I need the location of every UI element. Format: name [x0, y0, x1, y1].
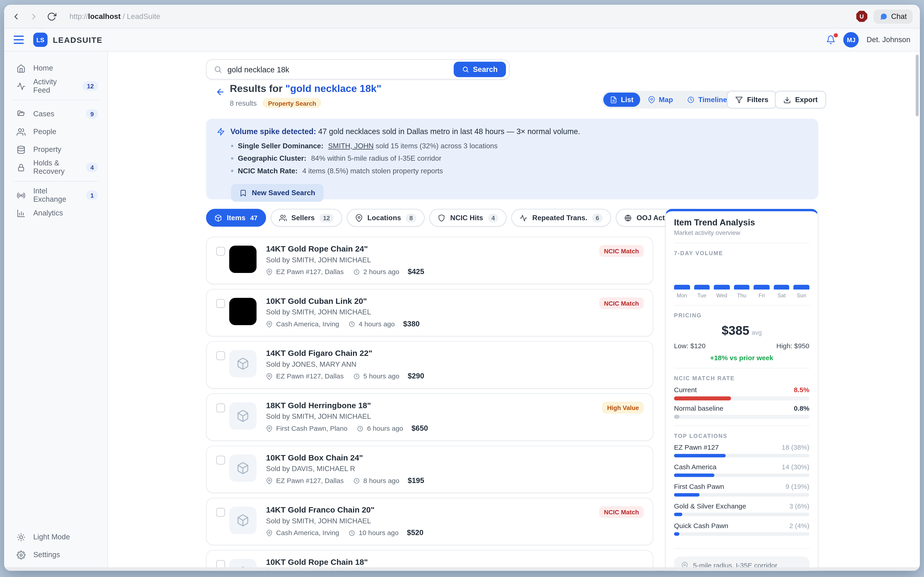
url-scheme: http://: [69, 12, 88, 21]
item-thumbnail: [229, 246, 257, 273]
ncic-baseline-bar: [674, 415, 809, 419]
map-pin-icon: [266, 529, 273, 536]
clock-icon: [353, 268, 360, 275]
sidebar-item-settings[interactable]: Settings: [4, 546, 107, 564]
sidebar-item-intel-exchange[interactable]: Intel Exchange 1: [4, 186, 107, 204]
item-list: 14KT Gold Rope Chain 24" Sold by SMITH, …: [206, 237, 653, 571]
pricing-section-label: PRICING: [674, 312, 809, 319]
view-timeline-button[interactable]: Timeline: [681, 93, 733, 107]
ncic-baseline-value: 0.8%: [794, 405, 809, 412]
item-checkbox[interactable]: [216, 299, 225, 308]
avatar[interactable]: MJ: [843, 32, 859, 47]
item-location: First Cash Pawn, Plano: [276, 425, 347, 432]
globe-icon: [624, 214, 632, 222]
clock-icon: [687, 96, 695, 103]
address-bar[interactable]: http://localhost / LeadSuite: [69, 12, 160, 21]
tab-locations[interactable]: Locations8: [347, 209, 425, 227]
tab-ncic-hits[interactable]: NCIC Hits4: [430, 209, 507, 227]
location-row: EZ Pawn #12718 (38%): [674, 444, 809, 458]
clock-icon: [357, 425, 363, 432]
item-card[interactable]: 14KT Gold Rope Chain 24" Sold by SMITH, …: [206, 237, 653, 284]
sidebar-item-light-mode[interactable]: Light Mode: [4, 528, 107, 546]
search-input[interactable]: [228, 65, 454, 74]
item-card[interactable]: 14KT Gold Franco Chain 20" Sold by SMITH…: [206, 498, 653, 545]
item-title: 10KT Gold Rope Chain 18": [266, 558, 368, 566]
search-icon: [462, 66, 469, 73]
item-checkbox[interactable]: [216, 456, 225, 464]
scrollbar-thumb[interactable]: [916, 55, 919, 116]
tab-repeated-trans[interactable]: Repeated Trans.6: [511, 209, 611, 227]
item-card[interactable]: 18KT Gold Herringbone 18" Sold by SMITH,…: [206, 393, 653, 441]
seller-link[interactable]: SMITH, JOHN: [328, 142, 374, 150]
item-location: Cash America, Irving: [276, 320, 339, 327]
new-saved-search-button[interactable]: New Saved Search: [231, 184, 323, 202]
item-time: 4 hours ago: [359, 320, 395, 327]
database-icon: [17, 145, 26, 154]
item-time: 8 hours ago: [363, 477, 399, 484]
volume-bar: [794, 285, 809, 290]
map-pin-icon: [648, 96, 655, 103]
item-card[interactable]: 10KT Gold Box Chain 24" Sold by DAVIS, M…: [206, 446, 653, 493]
sidebar-item-label: Settings: [33, 551, 60, 559]
main-content: Search Results for "gold necklace 18k" 8…: [108, 52, 920, 571]
chat-bubble-icon: [879, 12, 888, 21]
item-location: Cash America, Irving: [276, 529, 339, 537]
avg-unit: avg: [752, 329, 762, 336]
item-title: 10KT Gold Cuban Link 20": [266, 297, 367, 305]
sidebar-item-label: Activity Feed: [33, 78, 75, 94]
volume-bar: [674, 285, 690, 290]
item-location: EZ Pawn #127, Dallas: [276, 372, 344, 380]
tab-items[interactable]: Items47: [206, 209, 266, 227]
extension-badge-icon[interactable]: U: [856, 11, 867, 22]
back-icon[interactable]: [11, 11, 21, 21]
view-list-button[interactable]: List: [603, 93, 640, 107]
panel-subtitle: Market activity overview: [674, 229, 809, 236]
sidebar-item-property[interactable]: Property: [4, 141, 107, 158]
back-arrow-icon[interactable]: [216, 87, 225, 97]
volume-bar: [774, 285, 790, 290]
forward-icon[interactable]: [29, 11, 39, 21]
sun-icon: [17, 533, 26, 542]
location-row: Cash America14 (30%): [674, 463, 809, 477]
locations-section-label: TOP LOCATIONS: [674, 432, 809, 439]
sidebar-item-cases[interactable]: Cases 9: [4, 105, 107, 123]
sidebar-item-home[interactable]: Home: [4, 59, 107, 77]
item-checkbox[interactable]: [216, 508, 225, 517]
search-button[interactable]: Search: [454, 62, 506, 77]
bar-chart-icon: [17, 208, 26, 217]
export-button[interactable]: Export: [775, 91, 826, 109]
item-checkbox[interactable]: [216, 351, 225, 360]
sidebar-divider: [14, 100, 98, 100]
sidebar-item-holds-recovery[interactable]: Holds & Recovery 4: [4, 158, 107, 176]
item-card[interactable]: 10KT Gold Cuban Link 20" Sold by SMITH, …: [206, 289, 653, 337]
item-price: $290: [408, 372, 424, 380]
map-pin-icon: [266, 321, 273, 327]
item-title: 18KT Gold Herringbone 18": [266, 401, 371, 410]
chat-button[interactable]: Chat: [873, 9, 913, 23]
item-title: 10KT Gold Box Chain 24": [266, 453, 363, 462]
alert-title: Volume spike detected: 47 gold necklaces…: [230, 127, 580, 136]
tab-sellers[interactable]: Sellers12: [270, 209, 342, 227]
activity-icon: [520, 214, 527, 222]
users-icon: [17, 127, 26, 136]
sidebar-item-analytics[interactable]: Analytics: [4, 204, 107, 222]
sidebar-item-activity-feed[interactable]: Activity Feed 12: [4, 77, 107, 95]
low-price: Low: $120: [674, 342, 706, 350]
item-checkbox[interactable]: [216, 247, 225, 256]
map-pin-icon: [266, 373, 273, 379]
volume-bar: [754, 285, 769, 290]
results-count: 8 results: [230, 99, 257, 107]
reload-icon[interactable]: [47, 11, 57, 21]
filters-button[interactable]: Filters: [727, 91, 777, 109]
export-label: Export: [795, 95, 818, 104]
clock-icon: [349, 529, 355, 536]
view-timeline-label: Timeline: [698, 95, 727, 104]
sidebar-item-people[interactable]: People: [4, 123, 107, 141]
sidebar-badge: 4: [86, 163, 98, 172]
menu-icon[interactable]: [14, 35, 24, 44]
notifications-button[interactable]: [826, 35, 836, 44]
item-card[interactable]: 14KT Gold Figaro Chain 22" Sold by JONES…: [206, 341, 653, 389]
view-map-button[interactable]: Map: [641, 93, 680, 107]
item-location: EZ Pawn #127, Dallas: [276, 268, 344, 276]
item-checkbox[interactable]: [216, 403, 225, 412]
